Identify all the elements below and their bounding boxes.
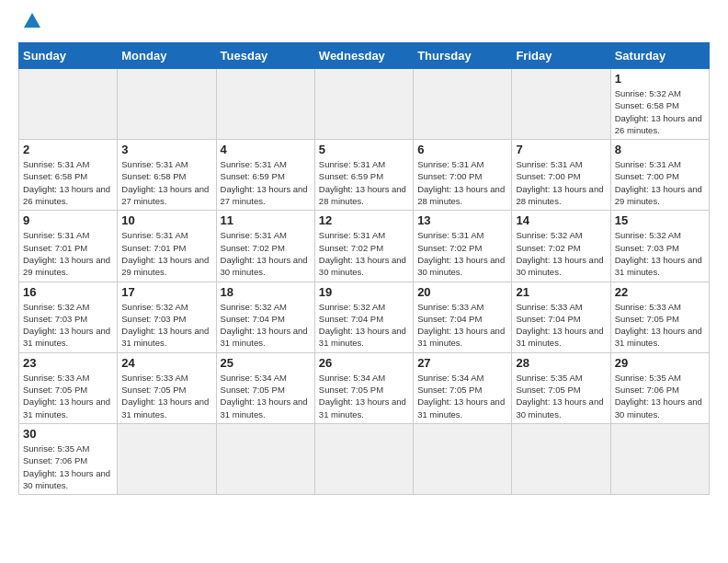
day-number: 26	[319, 356, 409, 370]
header-friday: Friday	[512, 43, 610, 69]
calendar-cell: 18Sunrise: 5:32 AM Sunset: 7:04 PM Dayli…	[216, 282, 314, 352]
calendar-cell	[118, 69, 216, 140]
day-number: 29	[615, 356, 705, 370]
day-info: Sunrise: 5:31 AM Sunset: 7:00 PM Dayligh…	[417, 158, 507, 207]
calendar-cell	[610, 423, 709, 494]
day-number: 4	[221, 143, 311, 156]
day-number: 24	[121, 356, 211, 370]
calendar-cell: 26Sunrise: 5:34 AM Sunset: 7:05 PM Dayli…	[314, 352, 413, 423]
day-info: Sunrise: 5:32 AM Sunset: 7:04 PM Dayligh…	[221, 301, 311, 350]
day-number: 21	[516, 285, 606, 299]
calendar-cell: 12Sunrise: 5:31 AM Sunset: 7:02 PM Dayli…	[314, 211, 413, 282]
calendar-cell: 27Sunrise: 5:34 AM Sunset: 7:05 PM Dayli…	[414, 352, 512, 423]
calendar-cell: 9Sunrise: 5:31 AM Sunset: 7:01 PM Daylig…	[19, 211, 118, 282]
day-info: Sunrise: 5:34 AM Sunset: 7:05 PM Dayligh…	[221, 372, 311, 420]
day-info: Sunrise: 5:33 AM Sunset: 7:05 PM Dayligh…	[23, 372, 113, 420]
day-number: 2	[23, 143, 113, 156]
calendar-cell: 19Sunrise: 5:32 AM Sunset: 7:04 PM Dayli…	[314, 282, 413, 352]
calendar-cell	[19, 69, 118, 140]
calendar-cell: 16Sunrise: 5:32 AM Sunset: 7:03 PM Dayli…	[19, 282, 118, 352]
calendar-cell: 17Sunrise: 5:32 AM Sunset: 7:03 PM Dayli…	[118, 282, 216, 352]
calendar-cell: 20Sunrise: 5:33 AM Sunset: 7:04 PM Dayli…	[414, 282, 512, 352]
calendar-cell: 11Sunrise: 5:31 AM Sunset: 7:02 PM Dayli…	[216, 211, 314, 282]
day-info: Sunrise: 5:31 AM Sunset: 7:01 PM Dayligh…	[23, 229, 113, 278]
calendar-cell: 5Sunrise: 5:31 AM Sunset: 6:59 PM Daylig…	[314, 140, 413, 211]
calendar-cell: 13Sunrise: 5:31 AM Sunset: 7:02 PM Dayli…	[414, 211, 512, 282]
day-number: 17	[121, 285, 211, 299]
day-info: Sunrise: 5:33 AM Sunset: 7:05 PM Dayligh…	[615, 301, 705, 350]
day-info: Sunrise: 5:31 AM Sunset: 7:01 PM Dayligh…	[121, 229, 211, 278]
header-tuesday: Tuesday	[216, 43, 314, 69]
day-number: 6	[417, 143, 507, 156]
day-number: 9	[23, 213, 113, 227]
day-number: 14	[516, 213, 606, 227]
calendar-cell: 6Sunrise: 5:31 AM Sunset: 7:00 PM Daylig…	[414, 140, 512, 211]
day-info: Sunrise: 5:32 AM Sunset: 7:03 PM Dayligh…	[23, 301, 113, 350]
calendar-cell	[118, 423, 216, 494]
day-info: Sunrise: 5:32 AM Sunset: 6:58 PM Dayligh…	[615, 87, 705, 136]
calendar-cell	[414, 69, 512, 140]
weekday-header-row: Sunday Monday Tuesday Wednesday Thursday…	[19, 43, 710, 69]
day-info: Sunrise: 5:34 AM Sunset: 7:05 PM Dayligh…	[417, 372, 507, 420]
day-info: Sunrise: 5:32 AM Sunset: 7:02 PM Dayligh…	[516, 229, 606, 278]
day-number: 16	[23, 285, 113, 299]
day-info: Sunrise: 5:31 AM Sunset: 6:59 PM Dayligh…	[319, 158, 409, 207]
calendar-cell: 28Sunrise: 5:35 AM Sunset: 7:05 PM Dayli…	[512, 352, 610, 423]
day-number: 15	[615, 213, 705, 227]
calendar-cell: 2Sunrise: 5:31 AM Sunset: 6:58 PM Daylig…	[19, 140, 118, 211]
day-number: 30	[23, 427, 113, 441]
day-number: 27	[417, 356, 507, 370]
header-sunday: Sunday	[19, 43, 118, 69]
day-number: 19	[319, 285, 409, 299]
calendar-cell	[216, 423, 314, 494]
day-number: 20	[417, 285, 507, 299]
day-number: 7	[516, 143, 606, 156]
calendar-cell: 23Sunrise: 5:33 AM Sunset: 7:05 PM Dayli…	[19, 352, 118, 423]
day-info: Sunrise: 5:32 AM Sunset: 7:03 PM Dayligh…	[121, 301, 211, 350]
day-number: 28	[516, 356, 606, 370]
calendar-cell: 10Sunrise: 5:31 AM Sunset: 7:01 PM Dayli…	[118, 211, 216, 282]
calendar-cell: 15Sunrise: 5:32 AM Sunset: 7:03 PM Dayli…	[610, 211, 709, 282]
calendar-cell	[512, 69, 610, 140]
day-number: 13	[417, 213, 507, 227]
day-number: 11	[221, 213, 311, 227]
logo-icon	[22, 11, 42, 31]
day-info: Sunrise: 5:31 AM Sunset: 6:59 PM Dayligh…	[221, 158, 311, 207]
day-number: 12	[319, 213, 409, 227]
day-info: Sunrise: 5:33 AM Sunset: 7:05 PM Dayligh…	[121, 372, 211, 420]
day-info: Sunrise: 5:32 AM Sunset: 7:04 PM Dayligh…	[319, 301, 409, 350]
day-info: Sunrise: 5:31 AM Sunset: 7:02 PM Dayligh…	[417, 229, 507, 278]
day-info: Sunrise: 5:32 AM Sunset: 7:03 PM Dayligh…	[615, 229, 705, 278]
calendar-cell: 7Sunrise: 5:31 AM Sunset: 7:00 PM Daylig…	[512, 140, 610, 211]
calendar-cell	[216, 69, 314, 140]
calendar-cell	[512, 423, 610, 494]
calendar-cell: 3Sunrise: 5:31 AM Sunset: 6:58 PM Daylig…	[118, 140, 216, 211]
calendar-cell: 24Sunrise: 5:33 AM Sunset: 7:05 PM Dayli…	[118, 352, 216, 423]
day-number: 18	[221, 285, 311, 299]
day-info: Sunrise: 5:34 AM Sunset: 7:05 PM Dayligh…	[319, 372, 409, 420]
day-number: 25	[221, 356, 311, 370]
day-number: 8	[615, 143, 705, 156]
calendar-cell: 30Sunrise: 5:35 AM Sunset: 7:06 PM Dayli…	[19, 423, 118, 494]
calendar-cell: 22Sunrise: 5:33 AM Sunset: 7:05 PM Dayli…	[610, 282, 709, 352]
day-info: Sunrise: 5:31 AM Sunset: 7:02 PM Dayligh…	[221, 229, 311, 278]
svg-marker-0	[24, 13, 40, 28]
day-info: Sunrise: 5:33 AM Sunset: 7:04 PM Dayligh…	[516, 301, 606, 350]
day-number: 3	[121, 143, 211, 156]
header-monday: Monday	[118, 43, 216, 69]
day-info: Sunrise: 5:31 AM Sunset: 6:58 PM Dayligh…	[121, 158, 211, 207]
header-saturday: Saturday	[610, 43, 709, 69]
calendar-cell	[314, 69, 413, 140]
day-number: 23	[23, 356, 113, 370]
header-wednesday: Wednesday	[314, 43, 413, 69]
calendar-cell: 21Sunrise: 5:33 AM Sunset: 7:04 PM Dayli…	[512, 282, 610, 352]
day-info: Sunrise: 5:31 AM Sunset: 7:02 PM Dayligh…	[319, 229, 409, 278]
day-info: Sunrise: 5:35 AM Sunset: 7:06 PM Dayligh…	[615, 372, 705, 420]
day-info: Sunrise: 5:31 AM Sunset: 7:00 PM Dayligh…	[615, 158, 705, 207]
calendar-cell	[314, 423, 413, 494]
day-number: 5	[319, 143, 409, 156]
day-number: 10	[121, 213, 211, 227]
day-info: Sunrise: 5:31 AM Sunset: 7:00 PM Dayligh…	[516, 158, 606, 207]
calendar-cell	[414, 423, 512, 494]
calendar-cell: 25Sunrise: 5:34 AM Sunset: 7:05 PM Dayli…	[216, 352, 314, 423]
